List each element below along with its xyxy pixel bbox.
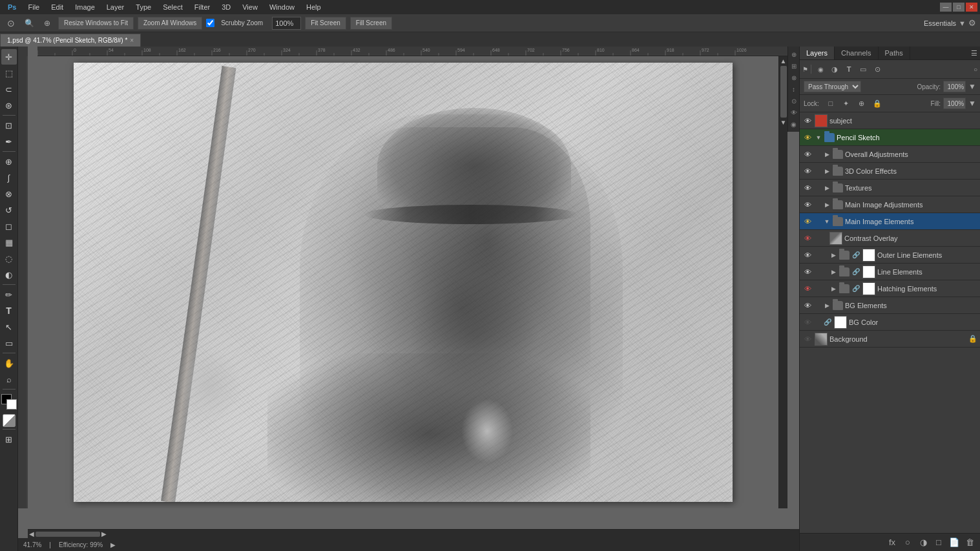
eye-pencil-sketch[interactable]: 👁 [802,132,813,143]
menu-filter[interactable]: Filter [189,2,215,12]
menu-view[interactable]: View [237,2,263,12]
layer-delete-btn[interactable]: 🗑 [963,536,976,549]
type-tool[interactable]: T [1,303,17,318]
panel-menu-icon[interactable]: ☰ [971,49,977,57]
layer-pencil-sketch[interactable]: 👁 ▼ Pencil Sketch [800,129,980,146]
zoom-in-icon[interactable]: ⊕ [40,16,54,30]
fill-input[interactable] [943,98,966,109]
maximize-button[interactable]: □ [953,3,964,12]
scrubby-zoom-checkbox[interactable] [206,19,214,27]
collapse-main-image-adjustments[interactable]: ▶ [823,201,831,209]
scrubby-zoom-button[interactable]: Scrubby Zoom [216,17,268,30]
color-boxes[interactable] [1,394,17,410]
mini-tool-3[interactable]: ⊗ [789,72,799,83]
eye-subject[interactable]: 👁 [802,116,813,126]
mini-tool-4[interactable]: ↕ [789,84,799,94]
opacity-input[interactable] [943,81,966,92]
menu-image[interactable]: Image [70,2,100,12]
eyedropper-tool[interactable]: ✒ [1,134,17,149]
eye-main-image-elements[interactable]: 👁 [802,216,813,227]
menu-3d[interactable]: 3D [216,2,236,12]
layer-main-image-elements[interactable]: 👁 ▼ Main Image Elements [800,213,980,230]
dodge-tool[interactable]: ◐ [1,267,17,282]
tab-close-button[interactable]: × [130,37,134,44]
move-tool[interactable]: ✛ [1,49,17,65]
history-tool[interactable]: ↺ [1,202,17,218]
eye-bg-color[interactable]: 👁 [802,317,813,327]
lasso-tool[interactable]: ⊂ [1,81,17,97]
screen-mode-btn[interactable]: ⊞ [1,431,17,447]
menu-window[interactable]: Window [264,2,300,12]
collapse-3d-color-effects[interactable]: ▶ [823,167,831,175]
quick-select-tool[interactable]: ⊛ [1,98,17,113]
quick-mask-btn[interactable] [3,414,16,427]
zoom-all-windows-button[interactable]: Zoom All Windows [138,17,202,30]
layer-fx-btn[interactable]: fx [886,536,899,549]
layer-line-elements[interactable]: 👁 ▶ 🔗 Line Elements [800,264,980,280]
kind-filter-btn[interactable]: ◉ [814,63,827,76]
canvas-wrapper[interactable] [28,56,778,508]
layer-hatching-elements[interactable]: 👁 ▶ 🔗 Hatching Elements [800,280,980,297]
smart-filter-btn[interactable]: ⊙ [871,63,884,76]
adjustment-filter-btn[interactable]: ◑ [828,63,841,76]
collapse-textures[interactable]: ▶ [823,184,831,192]
layer-adjustment-btn[interactable]: ◑ [917,536,930,549]
shape-filter-btn[interactable]: ▭ [857,63,870,76]
fill-screen-button[interactable]: Fill Screen [350,17,392,30]
eye-textures[interactable]: 👁 [802,183,813,193]
lock-transparent-btn[interactable]: □ [824,97,837,110]
blend-mode-select[interactable]: Pass Through Normal Multiply Screen Over… [804,81,861,92]
layer-new-btn[interactable]: 📄 [948,536,961,549]
zoom-out-icon[interactable]: 🔍 [22,16,36,30]
tab-paths[interactable]: Paths [879,47,910,59]
close-button[interactable]: ✕ [966,3,977,12]
background-color[interactable] [6,399,17,410]
resize-windows-button[interactable]: Resize Windows to Fit [58,17,134,30]
vertical-scrollbar[interactable]: ▲ ▼ [778,56,787,508]
document-tab[interactable]: 1.psd @ 41.7% (Pencil Sketch, RGB/8#) * … [0,34,141,47]
pen-tool[interactable]: ✏ [1,287,17,302]
tab-channels[interactable]: Channels [835,47,878,59]
eye-outer-line-elements[interactable]: 👁 [802,250,813,260]
scroll-left-btn[interactable]: ◀ [29,530,34,537]
eye-hatching-elements[interactable]: 👁 [802,284,813,294]
lock-all-btn[interactable]: 🔒 [871,97,884,110]
type-filter-btn[interactable]: T [842,63,855,76]
menu-edit[interactable]: Edit [46,2,68,12]
layer-subject[interactable]: 👁 subject [800,112,980,129]
shape-tool[interactable]: ▭ [1,335,17,351]
scroll-right-btn[interactable]: ▶ [101,530,107,537]
layer-bg-color[interactable]: 👁 🔗 BG Color [800,314,980,331]
collapse-main-image-elements[interactable]: ▼ [823,218,831,225]
blur-tool[interactable]: ◌ [1,251,17,266]
menu-help[interactable]: Help [301,2,326,12]
layer-group-btn[interactable]: □ [932,536,945,549]
opacity-dropdown-icon[interactable]: ▼ [968,82,976,91]
menu-file[interactable]: File [23,2,45,12]
brush-tool[interactable]: ∫ [1,170,17,185]
mini-tool-1[interactable]: ⊕ [789,49,799,59]
fit-screen-button[interactable]: Fit Screen [305,17,346,30]
status-arrow[interactable]: ▶ [110,541,116,548]
eye-bg-elements[interactable]: 👁 [802,300,813,311]
mini-tool-5[interactable]: ⊙ [789,96,799,106]
zoom-tool[interactable]: ⌕ [1,371,17,387]
mini-tool-2[interactable]: ⊞ [789,61,799,71]
gradient-tool[interactable]: ▦ [1,234,17,250]
layer-contrast-overlay[interactable]: 👁 Contrast Overlay [800,230,980,247]
healing-tool[interactable]: ⊕ [1,154,17,169]
workspace-dropdown-icon[interactable]: ▼ [959,19,966,27]
mini-tool-6[interactable]: 👁 [789,107,799,118]
menu-select[interactable]: Select [158,2,188,12]
layer-outer-line-elements[interactable]: 👁 ▶ 🔗 Outer Line Elements [800,247,980,264]
scroll-down-btn[interactable]: ▼ [780,119,787,126]
tool-preset-icon[interactable]: ⊙ [4,16,18,30]
eye-line-elements[interactable]: 👁 [802,267,813,277]
scroll-thumb-h[interactable] [36,532,100,537]
collapse-pencil-sketch[interactable]: ▼ [815,134,822,141]
eye-overall-adjustments[interactable]: 👁 [802,149,813,160]
filter-toggle[interactable]: ○ [974,65,977,73]
minimize-button[interactable]: — [940,3,952,12]
layer-background[interactable]: 👁 Background 🔒 [800,331,980,348]
menu-type[interactable]: Type [130,2,156,12]
